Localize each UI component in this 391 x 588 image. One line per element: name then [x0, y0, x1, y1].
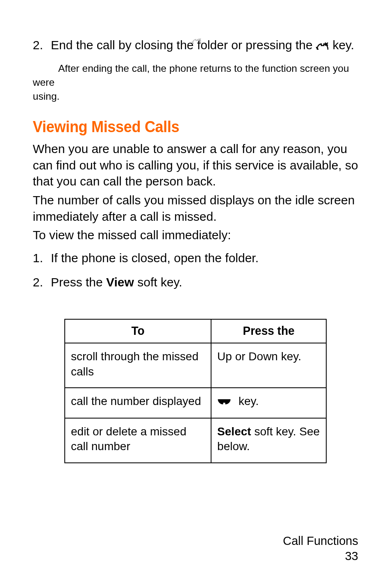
page-number: 33 [283, 549, 358, 564]
cell-press: Up or Down key. [211, 343, 326, 388]
actions-table: To Press the scroll through the missed c… [64, 319, 327, 463]
note-line2: using. [33, 91, 59, 102]
list-item: 2. Press the View soft key. [33, 274, 358, 290]
step-text: End the call by closing the folder or pr… [51, 37, 358, 54]
table-row: edit or delete a missed call number Sele… [65, 418, 326, 463]
step-number: 1. [33, 250, 51, 266]
cell-press: key. [211, 388, 326, 418]
page-footer: Call Functions 33 [283, 533, 358, 564]
cell-to: scroll through the missed calls [65, 343, 211, 388]
step-text: Press the View soft key. [51, 274, 358, 290]
paragraph-1: When you are unable to answer a call for… [33, 141, 358, 190]
numbered-list: 1. If the phone is closed, open the fold… [33, 250, 358, 290]
step-text: If the phone is closed, open the folder. [51, 250, 358, 266]
section-name: Call Functions [283, 533, 358, 549]
step2-after: key. [332, 38, 354, 52]
section-heading: Viewing Missed Calls [33, 117, 358, 137]
cell-to: edit or delete a missed call number [65, 418, 211, 463]
paragraph-3: To view the missed call immediately: [33, 227, 358, 243]
cell-to: call the number displayed [65, 388, 211, 418]
bold-text: Select [217, 425, 251, 438]
table-header-to: To [65, 318, 211, 343]
step2-before: End the call by closing the folder or pr… [51, 38, 316, 52]
end-call-icon [316, 38, 329, 54]
bold-text: View [106, 275, 134, 289]
call-icon [217, 394, 231, 409]
text: soft key. [134, 275, 182, 289]
table-row: scroll through the missed calls Up or Do… [65, 343, 326, 388]
end-call-icon-faded [192, 38, 202, 47]
table-row: call the number displayed key. [65, 388, 326, 418]
text: Press the [51, 275, 106, 289]
list-item: 1. If the phone is closed, open the fold… [33, 250, 358, 266]
table-header-press: Press the [211, 318, 326, 343]
step-number: 2. [33, 37, 51, 54]
cell-press: Select soft key. See below. [211, 418, 326, 463]
text: key. [235, 395, 259, 407]
step-number: 2. [33, 274, 51, 290]
paragraph-2: The number of calls you missed displays … [33, 192, 358, 224]
note-line1: After ending the call, the phone returns… [33, 63, 349, 88]
note: After ending the call, the phone returns… [33, 62, 358, 104]
